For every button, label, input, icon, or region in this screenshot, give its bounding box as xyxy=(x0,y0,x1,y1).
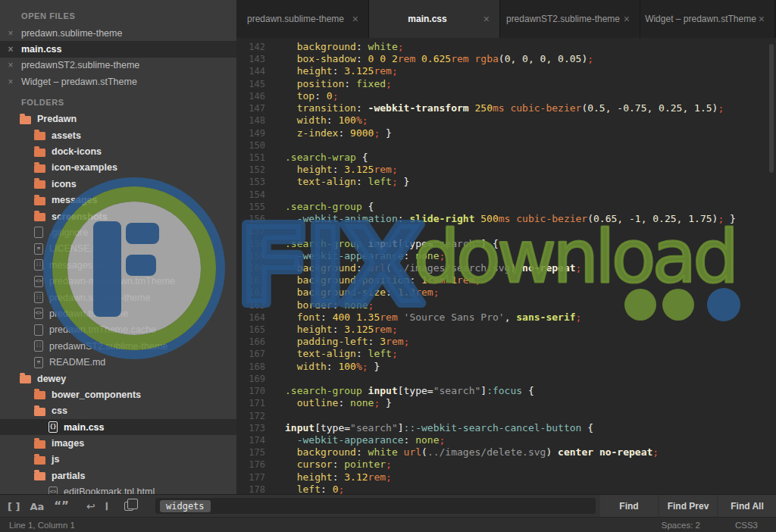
whole-word-icon[interactable]: “” xyxy=(54,499,69,513)
scrollbar[interactable] xyxy=(769,44,774,173)
tree-folder-bower_components[interactable]: bower_components xyxy=(0,386,236,402)
token: 3 xyxy=(380,336,386,347)
token: 0.65, -1, 0.25, 1.75 xyxy=(593,213,712,224)
line-number: 156 xyxy=(236,213,271,225)
token: ; xyxy=(333,90,339,102)
tree-file-LICENSE.txt[interactable]: ≡LICENSE.txt xyxy=(0,241,236,257)
tree-file-predawn.tmTheme[interactable]: <>predawn.tmTheme xyxy=(0,305,236,321)
code-line-163: 163 border: none; xyxy=(236,299,776,311)
token: no-repeat xyxy=(522,262,575,274)
token xyxy=(285,471,297,483)
token: position xyxy=(297,78,345,89)
open-file-predawnST2.sublime-theme[interactable]: ×predawnST2.sublime-theme xyxy=(0,58,236,74)
tree-file-predawn.sublime-theme[interactable]: ᎒᎒predawn.sublime-theme xyxy=(0,289,236,305)
tab-predawnST2.sublime-theme[interactable]: predawnST2.sublime-theme× xyxy=(500,0,640,38)
open-file-predawn.sublime-theme[interactable]: ×predawn.sublime-theme xyxy=(0,25,236,41)
code-text: transition: -webkit-transform 250ms cubi… xyxy=(271,102,724,114)
tree-file-.gitignore[interactable]: .gitignore xyxy=(0,224,236,240)
tab-Widget – predawn.stTheme[interactable]: Widget – predawn.stTheme× xyxy=(640,0,775,38)
token: ; xyxy=(392,65,398,77)
open-file-label: main.css xyxy=(21,44,62,55)
tab-close-icon[interactable]: × xyxy=(352,13,358,25)
tree-folder-js[interactable]: js xyxy=(0,452,236,468)
tree-folder-css[interactable]: css xyxy=(0,403,236,419)
token: : xyxy=(314,90,327,102)
tree-file-predawnST2.sublime-theme[interactable]: ᎒᎒predawnST2.sublime-theme xyxy=(0,338,236,354)
find-options: [ ]Aa“”↩Ⅰ xyxy=(8,495,143,518)
syntax-label[interactable]: CSS3 xyxy=(735,521,758,530)
code-text: width: 100%; } xyxy=(271,361,380,373)
tree-folder-dewey[interactable]: dewey xyxy=(0,371,236,386)
code-line-167: 167 text-align: left; xyxy=(236,348,776,360)
token: : xyxy=(333,65,345,77)
tree-folder-images[interactable]: images xyxy=(0,435,236,451)
tree-file-predawn-markdown.tmTheme[interactable]: <>predawn-markdown.tmTheme xyxy=(0,273,236,289)
token: .search-group xyxy=(285,201,362,212)
tree-file-predawn.tmTheme.cache[interactable]: predawn.tmTheme.cache xyxy=(0,322,236,338)
tree-folder-Predawn[interactable]: Predawn xyxy=(0,111,236,127)
tree-file-messages.json[interactable]: ᎒᎒messages.json xyxy=(0,257,236,273)
tree-folder-partials[interactable]: partials xyxy=(0,468,236,483)
token: { xyxy=(362,201,374,212)
close-file-icon[interactable]: × xyxy=(0,77,21,87)
open-file-main.css[interactable]: ×main.css xyxy=(0,41,236,57)
tab-main.css[interactable]: main.css× xyxy=(369,0,500,38)
code-line-170: 170.search-group input[type="search"]:fo… xyxy=(236,385,776,397)
line-number: 169 xyxy=(236,373,271,385)
tree-item-label: Predawn xyxy=(37,114,77,124)
tab-close-icon[interactable]: × xyxy=(759,13,765,25)
line-number: 154 xyxy=(236,189,271,201)
tab-label: main.css xyxy=(408,14,460,24)
token: ; xyxy=(576,311,582,323)
token xyxy=(285,65,297,77)
folder-icon xyxy=(20,375,31,383)
find-all-button[interactable]: Find All xyxy=(718,495,776,518)
case-sensitive-icon[interactable]: Aa xyxy=(30,501,44,512)
tab-label: Widget – predawn.stTheme xyxy=(645,14,770,24)
line-number: 149 xyxy=(236,127,271,139)
line-number: 170 xyxy=(236,385,271,397)
code-line-172: 172 xyxy=(236,410,776,422)
code-line-142: 142 background: white; xyxy=(236,41,776,53)
tab-predawn.sublime-theme[interactable]: predawn.sublime-theme× xyxy=(236,0,369,38)
close-file-icon[interactable]: × xyxy=(0,60,21,70)
token: rgba xyxy=(475,53,499,64)
find-button[interactable]: Find xyxy=(600,495,658,518)
close-file-icon[interactable]: × xyxy=(0,28,21,39)
token: : xyxy=(356,348,368,359)
tree-file-README.md[interactable]: ≡README.md xyxy=(0,354,236,370)
tab-close-icon[interactable]: × xyxy=(624,13,630,25)
tree-folder-assets[interactable]: assets xyxy=(0,127,236,143)
editor-pane[interactable]: 142 background: white;143 box-shadow: 0 … xyxy=(236,38,776,494)
wrap-icon[interactable]: ↩ xyxy=(86,500,95,512)
tree-folder-icons[interactable]: icons xyxy=(0,176,236,192)
tree-file-editBookmark.tpl.html[interactable]: <>editBookmark.tpl.html xyxy=(0,484,236,494)
token: : xyxy=(356,262,368,274)
regex-icon[interactable]: [ ] xyxy=(8,501,20,512)
token: ( xyxy=(499,53,505,64)
tab-close-icon[interactable]: × xyxy=(483,13,490,25)
tree-folder-screenshots[interactable]: screenshots xyxy=(0,208,236,224)
tree-folder-icon-examples[interactable]: icon-examples xyxy=(0,160,236,176)
status-bar: Line 1, Column 1 Spaces: 2 CSS3 xyxy=(0,517,776,532)
close-file-icon[interactable]: × xyxy=(0,44,21,55)
tree-folder-dock-icons[interactable]: dock-icons xyxy=(0,143,236,159)
token: left xyxy=(297,483,321,494)
tree-folder-messages[interactable]: messages xyxy=(0,192,236,208)
highlight-matches-icon[interactable] xyxy=(124,502,133,511)
code-text: cursor: pointer; xyxy=(271,458,392,471)
tree-item-label: LICENSE.txt xyxy=(49,243,102,254)
code-text: -webkit-appearance: none; xyxy=(271,250,445,262)
token xyxy=(285,114,297,126)
token: ; xyxy=(392,324,398,335)
indent-setting[interactable]: Spaces: 2 xyxy=(662,521,700,530)
token: cubic-bezier xyxy=(516,213,587,224)
find-prev-button[interactable]: Find Prev xyxy=(659,495,717,518)
token: ms xyxy=(499,213,511,224)
token xyxy=(285,250,297,261)
token: : xyxy=(368,336,380,347)
in-selection-icon[interactable]: Ⅰ xyxy=(105,500,108,513)
tree-file-main.css[interactable]: {}main.css xyxy=(0,419,236,435)
open-file-Widget – predawn.stTheme[interactable]: ×Widget – predawn.stTheme xyxy=(0,74,236,89)
find-input[interactable]: widgets xyxy=(155,498,596,514)
